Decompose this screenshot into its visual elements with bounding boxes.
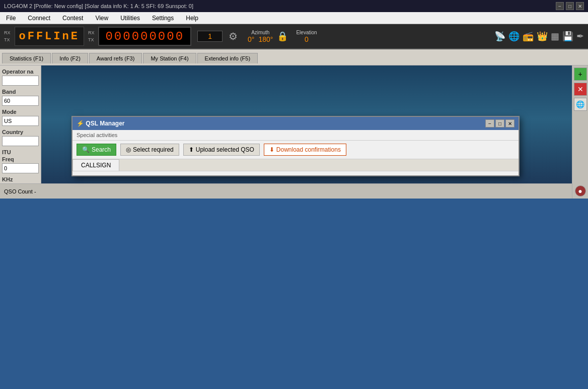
- minimize-button[interactable]: −: [556, 2, 564, 10]
- menu-file[interactable]: File: [2, 14, 20, 23]
- band-label: Band: [2, 89, 39, 95]
- rx-tx-labels: RX TX: [4, 29, 11, 43]
- tx-label: TX: [4, 36, 11, 43]
- country-label: Country: [2, 129, 39, 135]
- upload-icon: ⬆: [189, 146, 194, 153]
- operator-label: Operator na: [2, 69, 39, 75]
- tab-info[interactable]: Info (F2): [52, 53, 88, 63]
- menu-bar: File Connect Contest View Utilities Sett…: [0, 12, 588, 24]
- crown-icon[interactable]: 👑: [537, 31, 548, 42]
- menu-settings[interactable]: Settings: [148, 14, 178, 23]
- freq-input[interactable]: [2, 163, 39, 173]
- azimuth-label: Azimuth: [251, 30, 269, 35]
- frequency-display: 000000000: [98, 27, 191, 46]
- app-title: LOG4OM 2 [Profile: New config] [Solar da…: [4, 3, 193, 9]
- tab-award-refs[interactable]: Award refs (F3): [89, 53, 142, 63]
- menu-connect[interactable]: Connect: [24, 14, 54, 23]
- tabs-bar: Statistics (F1) Info (F2) Award refs (F3…: [0, 49, 588, 66]
- mode-label: Mode: [2, 109, 39, 115]
- chip-icon[interactable]: 💾: [562, 31, 573, 42]
- rx-label: RX: [4, 29, 11, 36]
- qsl-manager-title: QSL Manager: [86, 120, 124, 127]
- upload-label: Upload selected QSO: [196, 146, 254, 153]
- menu-utilities[interactable]: Utilities: [116, 14, 144, 23]
- globe-side-button[interactable]: 🌐: [574, 98, 587, 111]
- spinner-value: 1: [197, 31, 223, 42]
- offline-display: oFFLInE: [15, 27, 84, 46]
- operator-input[interactable]: [2, 76, 39, 86]
- rx-tx-labels2: RX TX: [88, 29, 95, 43]
- select-icon: ◎: [126, 146, 131, 153]
- special-activities-label: Special activities: [72, 130, 519, 141]
- menu-help[interactable]: Help: [182, 14, 202, 23]
- azimuth-value: 0°: [248, 35, 254, 43]
- remove-button[interactable]: ✕: [574, 83, 587, 96]
- tab-extended-info[interactable]: Extended info (F5): [197, 53, 258, 63]
- tab-my-station[interactable]: My Station (F4): [143, 53, 196, 63]
- elevation-value: 0: [305, 35, 309, 43]
- qso-count-label: QSO Count -: [4, 188, 36, 194]
- tx-label2: TX: [88, 36, 95, 43]
- qsl-manager-controls: − □ ✕: [485, 119, 514, 127]
- tab-callsign[interactable]: CALLSIGN: [72, 159, 119, 171]
- select-required-button[interactable]: ◎ Select required: [120, 144, 179, 156]
- khz-label: KHz: [2, 176, 39, 182]
- upload-button[interactable]: ⬆ Upload selected QSO: [183, 144, 260, 156]
- callsign-area: ⚡ Download confirmations − □ ✕: [72, 171, 519, 175]
- menu-contest[interactable]: Contest: [58, 14, 87, 23]
- radio-icon[interactable]: 📻: [523, 31, 534, 42]
- mode-input[interactable]: [2, 116, 39, 126]
- title-bar: LOG4OM 2 [Profile: New config] [Solar da…: [0, 0, 588, 12]
- search-label: Search: [92, 146, 111, 153]
- left-sidebar: Operator na Band Mode Country ITU Freq K…: [0, 66, 41, 199]
- gear-icon[interactable]: ⚙: [229, 30, 238, 42]
- qsl-tabs: CALLSIGN: [72, 159, 519, 171]
- map-area: ⚡ QSL Manager − □ ✕ Special activities 🔍…: [41, 66, 572, 199]
- qsl-toolbar: 🔍 Search ◎ Select required ⬆ Upload sele…: [72, 141, 519, 159]
- azimuth-group: Azimuth 0° 180°: [248, 30, 273, 43]
- lock-icon: 🔒: [277, 31, 288, 42]
- freq-label: Freq: [2, 156, 39, 162]
- bottom-status-bar: QSO Count - ODE: [0, 183, 588, 199]
- qsl-manager-title-bar: ⚡ QSL Manager − □ ✕: [72, 117, 519, 130]
- itu-label: ITU: [2, 149, 39, 155]
- display-icons: 📡 🌐 📻 👑 ▦ 💾 ✒: [494, 31, 584, 42]
- close-button[interactable]: ✕: [576, 2, 584, 10]
- qsl-minimize-btn[interactable]: −: [485, 119, 494, 127]
- tab-statistics[interactable]: Statistics (F1): [2, 53, 51, 63]
- display-bar: RX TX oFFLInE RX TX 000000000 1 ⚙ Azimut…: [0, 24, 588, 49]
- elevation-group: Elevation 0: [296, 30, 317, 43]
- globe-icon[interactable]: 🌐: [508, 31, 520, 42]
- antenna-icon[interactable]: 📡: [494, 31, 505, 42]
- download-button[interactable]: ⬇ Download confirmations: [264, 144, 346, 156]
- spinner-group: 1: [197, 31, 223, 42]
- qsl-close-btn[interactable]: ✕: [505, 119, 514, 127]
- restore-button[interactable]: □: [566, 2, 574, 10]
- add-button[interactable]: +: [574, 68, 587, 81]
- rx-label2: RX: [88, 29, 95, 36]
- title-controls: − □ ✕: [556, 2, 584, 10]
- select-label: Select required: [133, 146, 174, 153]
- record-button[interactable]: ●: [575, 185, 586, 197]
- country-input[interactable]: [2, 136, 39, 146]
- band-input[interactable]: [2, 96, 39, 106]
- grid-icon[interactable]: ▦: [551, 31, 559, 42]
- elevation-label: Elevation: [296, 30, 317, 35]
- far-right-panel: + ✕ 🌐 ●: [572, 66, 588, 199]
- qsl-title-icon: ⚡: [77, 120, 84, 127]
- pen-icon[interactable]: ✒: [576, 31, 584, 42]
- search-button[interactable]: 🔍 Search: [77, 144, 116, 156]
- qsl-restore-btn[interactable]: □: [495, 119, 504, 127]
- search-icon: 🔍: [82, 146, 90, 153]
- azimuth-right: 180°: [258, 35, 273, 43]
- menu-view[interactable]: View: [91, 14, 112, 23]
- download-label: Download confirmations: [276, 146, 341, 153]
- main-content: Operator na Band Mode Country ITU Freq K…: [0, 66, 588, 199]
- qsl-manager-dialog: ⚡ QSL Manager − □ ✕ Special activities 🔍…: [71, 116, 520, 176]
- download-icon: ⬇: [269, 146, 274, 153]
